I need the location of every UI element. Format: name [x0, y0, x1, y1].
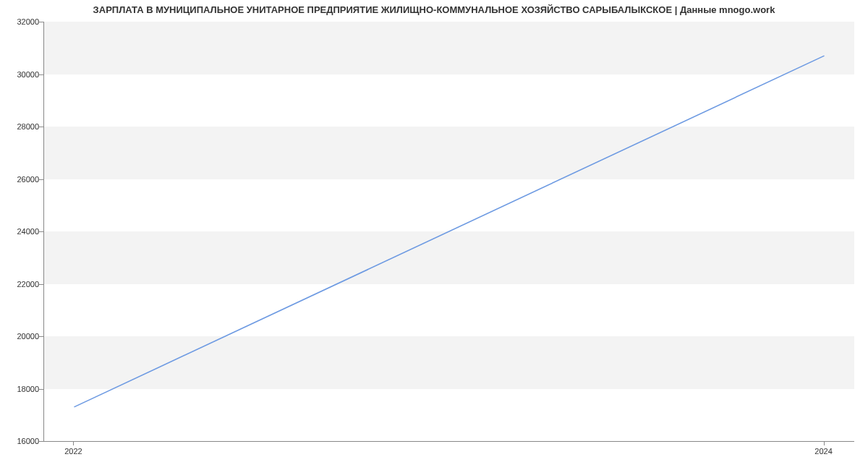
chart-title: ЗАРПЛАТА В МУНИЦИПАЛЬНОЕ УНИТАРНОЕ ПРЕДП…	[0, 4, 868, 15]
y-tick-label: 18000	[17, 385, 39, 393]
y-tick-label: 22000	[17, 280, 39, 289]
plot-area	[43, 22, 854, 442]
y-tick-label: 28000	[17, 122, 39, 131]
y-tick-label: 16000	[17, 437, 39, 445]
y-tick-label: 26000	[17, 175, 39, 184]
x-tick-label: 2024	[814, 447, 832, 456]
y-tick-label: 30000	[17, 70, 39, 79]
y-tick-label: 32000	[17, 17, 39, 26]
y-tick-label: 20000	[17, 332, 39, 341]
y-tick-label: 24000	[17, 227, 39, 236]
data-line	[44, 22, 854, 441]
chart-container: ЗАРПЛАТА В МУНИЦИПАЛЬНОЕ УНИТАРНОЕ ПРЕДП…	[0, 0, 868, 470]
x-tick-label: 2022	[64, 447, 82, 456]
